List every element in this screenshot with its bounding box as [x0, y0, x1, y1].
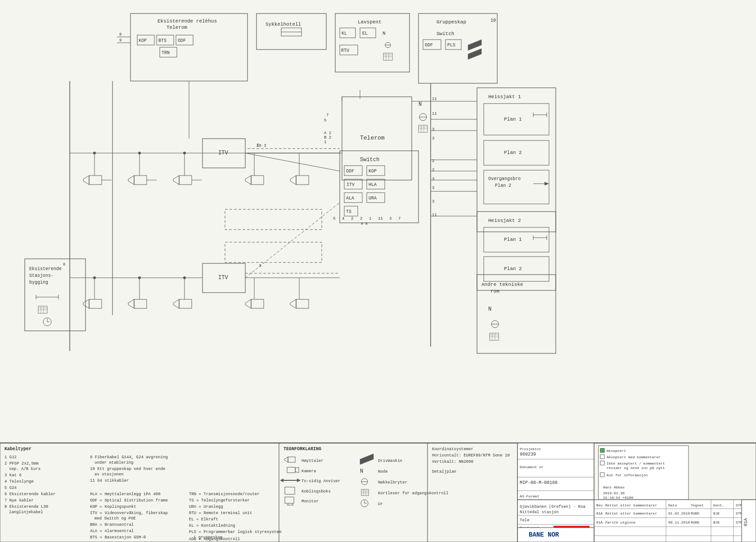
svg-text:Høyttaler: Høyttaler	[302, 459, 324, 463]
svg-text:Vertikalt:  NN2000: Vertikalt: NN2000	[432, 460, 473, 464]
main-diagram: Eksisterende relèhus Telerom KOP BTS ODF…	[0, 0, 756, 542]
svg-text:9  Fiberkabel G144, G24 avgren: 9 Fiberkabel G144, G24 avgrening	[90, 455, 168, 460]
svg-text:Plan 1: Plan 1	[504, 237, 522, 242]
svg-text:11: 11	[432, 112, 437, 116]
svg-text:BRA = Brannsentral: BRA = Brannsentral	[90, 523, 134, 527]
svg-text:HLA: HLA	[369, 182, 377, 187]
svg-text:Heissjakt 1: Heissjakt 1	[488, 94, 521, 99]
gruppeskap-switch-label: Switch	[436, 31, 454, 36]
coordinate-title: Koordinatsystemer	[432, 447, 473, 452]
svg-text:BTS: BTS	[158, 38, 166, 43]
svg-text:RUBE: RUBE	[691, 511, 699, 515]
svg-text:5: 5	[324, 118, 326, 123]
svg-text:6  Eksisterende kabler: 6 Eksisterende kabler	[4, 492, 55, 497]
svg-text:Plan 2: Plan 2	[504, 150, 522, 155]
svg-text:BTS = Basestasjon GSM-R: BTS = Basestasjon GSM-R	[90, 535, 146, 540]
svg-text:7: 7	[398, 217, 400, 221]
svg-text:Telerom: Telerom	[360, 135, 385, 141]
svg-text:KOP: KOP	[139, 38, 147, 43]
svg-text:3: 3	[389, 217, 392, 221]
svg-text:2: 2	[432, 168, 434, 172]
svg-text:3: 3	[432, 127, 434, 132]
svg-text:Tele: Tele	[520, 518, 530, 523]
svg-text:BJE: BJE	[713, 511, 720, 515]
svg-text:Tegnet: Tegnet	[691, 503, 704, 507]
svg-text:revider og send inn på nytt: revider og send inn på nytt	[607, 466, 665, 470]
svg-text:ITV = Videoovervåking, fibersk: ITV = Videoovervåking, fiberskap	[90, 511, 168, 515]
svg-text:B: B	[365, 221, 368, 226]
svg-text:Horisontalt: EUREF89/NTM Sone : Horisontalt: EUREF89/NTM Sone 10	[432, 453, 510, 458]
svg-text:Monitor: Monitor	[302, 499, 319, 504]
svg-text:Rev: Rev	[596, 503, 603, 507]
svg-text:Stasjons-: Stasjons-	[29, 273, 54, 278]
svg-text:8  Eksisterende L30: 8 Eksisterende L30	[4, 505, 48, 509]
svg-text:Andre tekniske: Andre tekniske	[482, 282, 523, 287]
svg-text:ODF: ODF	[178, 38, 186, 43]
svg-text:01A: 01A	[596, 520, 603, 524]
svg-text:av stasjonen: av stasjonen	[94, 472, 124, 477]
svg-text:2: 2	[360, 217, 362, 221]
revision-label: 01A	[743, 518, 748, 526]
svg-text:TRN = Transmisjonsnode/router: TRN = Transmisjonsnode/router	[189, 492, 260, 497]
svg-text:01.02.2019: 01.02.2019	[668, 511, 690, 515]
svg-text:7  Nye kabler: 7 Nye kabler	[4, 498, 34, 503]
svg-text:9: 9	[119, 38, 122, 43]
svg-text:Lavspent: Lavspent	[358, 19, 382, 25]
svg-text:3  Kat 6: 3 Kat 6	[4, 473, 22, 478]
svg-text:Rettet etter kommentarer: Rettet etter kommentarer	[605, 511, 657, 515]
svg-text:sep. A/B kurs: sep. A/B kurs	[9, 467, 40, 471]
svg-text:3: 3	[432, 199, 434, 204]
svg-text:5  G24: 5 G24	[4, 486, 17, 490]
svg-text:4: 4	[342, 217, 344, 221]
svg-text:ODF: ODF	[425, 43, 433, 48]
document-number: MIP-00-M-00188	[520, 480, 558, 485]
svg-text:Heissjakt 2: Heissjakt 2	[488, 218, 521, 223]
svg-text:Dato: Dato	[668, 503, 677, 507]
svg-text:Kont.: Kont.	[713, 503, 724, 507]
svg-text:10 Ett gruppeskap ved hver end: 10 Ett gruppeskap ved hver ende	[90, 467, 165, 471]
svg-text:15:18:54 +0100: 15:18:54 +0100	[603, 496, 633, 500]
project-number: 960239	[520, 452, 536, 457]
svg-text:KOP = Koplingspunkt: KOP = Koplingspunkt	[90, 505, 136, 509]
svg-text:Ikke akseptert / kommentert: Ikke akseptert / kommentert	[607, 461, 665, 465]
svg-text:A 2: A 2	[324, 131, 331, 136]
svg-text:09.11.2018: 09.11.2018	[668, 520, 690, 524]
svg-text:rom: rom	[490, 289, 500, 294]
project-name: Gjøvikbanen (Grefsen) - Roa	[520, 505, 585, 509]
svg-text:BJE: BJE	[713, 520, 720, 524]
svg-text:B 2: B 2	[324, 136, 331, 140]
svg-text:To-sidig Anviser: To-sidig Anviser	[302, 479, 340, 483]
svg-text:2019.01.30: 2019.01.30	[603, 491, 625, 495]
svg-text:Kamera: Kamera	[302, 469, 316, 474]
svg-text:EL  = Elkraft: EL = Elkraft	[189, 517, 218, 522]
svg-text:bygging: bygging	[29, 280, 48, 285]
svg-text:N: N	[488, 306, 491, 312]
svg-text:Plan 2: Plan 2	[495, 183, 511, 188]
svg-text:Akseptert: Akseptert	[607, 449, 626, 453]
svg-rect-293	[600, 448, 604, 452]
svg-text:4  Teleslynge: 4 Teleslynge	[4, 479, 34, 484]
svg-text:ALA: ALA	[346, 196, 354, 201]
svg-text:TS: TS	[346, 209, 351, 214]
svg-text:Switch: Switch	[360, 157, 379, 163]
svg-text:8: 8	[119, 32, 122, 37]
svg-text:11 G4 stikkabler: 11 G4 stikkabler	[90, 479, 129, 483]
svg-text:STM: STM	[736, 520, 742, 524]
detail-plan-label: Detaljplan	[432, 470, 456, 474]
svg-text:Første utgivne: Første utgivne	[605, 520, 635, 524]
svg-text:3: 3	[432, 136, 434, 141]
svg-text:7: 7	[326, 113, 328, 117]
svg-text:TRN: TRN	[162, 50, 170, 55]
svg-text:11: 11	[432, 213, 437, 217]
svg-text:Gruppeskap: Gruppeskap	[436, 19, 466, 25]
svg-text:Koblingsboks: Koblingsboks	[302, 489, 331, 494]
svg-text:Rettet etter kommentarer: Rettet etter kommentarer	[605, 503, 657, 507]
svg-text:URA = Uranlegg: URA = Uranlegg	[189, 505, 223, 509]
svg-text:2: 2	[256, 143, 259, 148]
svg-text:11: 11	[432, 97, 437, 101]
svg-text:under etablering: under etablering	[94, 461, 133, 465]
svg-text:Dokument nr: Dokument nr	[520, 465, 544, 469]
svg-text:A3-Format: A3-Format	[520, 494, 539, 498]
svg-text:RUBE: RUBE	[691, 520, 699, 524]
svg-text:KOP: KOP	[369, 169, 377, 174]
